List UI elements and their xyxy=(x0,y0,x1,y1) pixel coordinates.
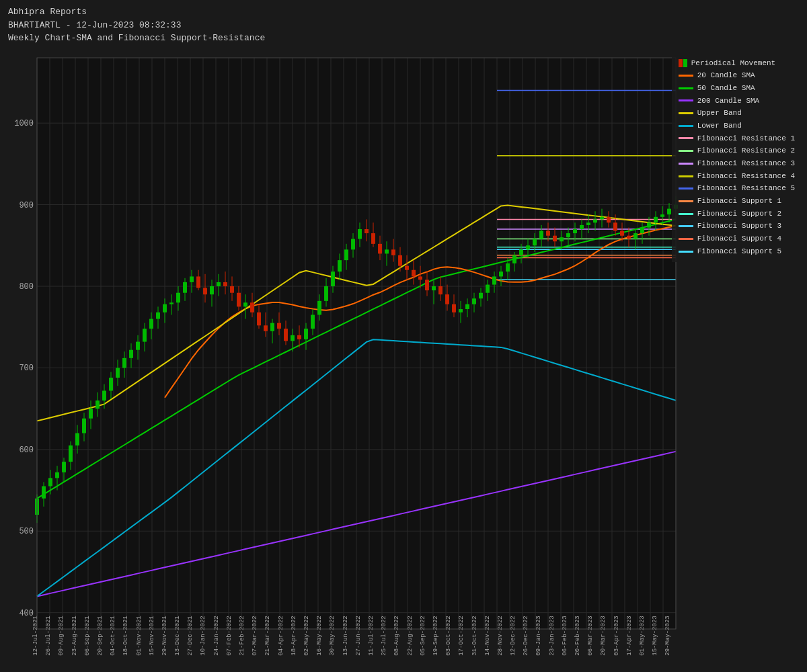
legend-fib-s4-label: Fibonacci Support 4 xyxy=(697,233,781,245)
company-name: Abhipra Reports xyxy=(8,5,799,19)
legend-fib-r3: Fibonacci Resistance 3 xyxy=(679,157,795,170)
legend-upper-band-label: Upper Band xyxy=(697,107,742,120)
legend-periodical: Periodical Movement xyxy=(679,57,795,70)
legend-fib-r2: Fibonacci Resistance 2 xyxy=(679,144,795,157)
legend-fib-s1: Fibonacci Support 1 xyxy=(679,195,795,208)
legend-sma50-label: 50 Candle SMA xyxy=(697,82,755,95)
legend-sma200: 200 Candle SMA xyxy=(679,95,795,108)
legend-fib-r5: Fibonacci Resistance 5 xyxy=(679,182,795,195)
header: Abhipra Reports BHARTIARTL - 12-Jun-2023… xyxy=(0,0,807,48)
legend-fib-r4-label: Fibonacci Resistance 4 xyxy=(697,170,795,183)
legend-fib-s4: Fibonacci Support 4 xyxy=(679,233,795,245)
legend-fib-r1-label: Fibonacci Resistance 1 xyxy=(697,132,795,145)
legend-sma200-label: 200 Candle SMA xyxy=(697,95,759,108)
legend-fib-s3-label: Fibonacci Support 3 xyxy=(697,220,781,233)
legend-fib-r2-label: Fibonacci Resistance 2 xyxy=(697,144,795,157)
legend-fib-s5-label: Fibonacci Support 5 xyxy=(697,245,781,258)
legend-fib-s2-label: Fibonacci Support 2 xyxy=(697,208,781,220)
legend-fib-r5-label: Fibonacci Resistance 5 xyxy=(697,182,795,195)
legend: Periodical Movement 20 Candle SMA 50 Can… xyxy=(672,53,802,262)
legend-lower-band: Lower Band xyxy=(679,120,795,132)
legend-fib-r1: Fibonacci Resistance 1 xyxy=(679,132,795,145)
legend-fib-s3: Fibonacci Support 3 xyxy=(679,220,795,233)
legend-fib-s2: Fibonacci Support 2 xyxy=(679,208,795,220)
ticker-info: BHARTIARTL - 12-Jun-2023 08:32:33 xyxy=(8,19,799,32)
legend-fib-s1-label: Fibonacci Support 1 xyxy=(697,195,781,208)
legend-sma20-label: 20 Candle SMA xyxy=(697,69,755,82)
legend-upper-band: Upper Band xyxy=(679,107,795,120)
legend-sma50: 50 Candle SMA xyxy=(679,82,795,95)
legend-fib-r4: Fibonacci Resistance 4 xyxy=(679,170,795,183)
chart-type: Weekly Chart-SMA and Fibonacci Support-R… xyxy=(8,32,799,45)
legend-periodical-label: Periodical Movement xyxy=(691,57,775,70)
chart-container: Periodical Movement 20 Candle SMA 50 Can… xyxy=(0,48,807,673)
legend-sma20: 20 Candle SMA xyxy=(679,69,795,82)
legend-fib-r3-label: Fibonacci Resistance 3 xyxy=(697,157,795,170)
legend-fib-s5: Fibonacci Support 5 xyxy=(679,245,795,258)
legend-lower-band-label: Lower Band xyxy=(697,120,742,132)
